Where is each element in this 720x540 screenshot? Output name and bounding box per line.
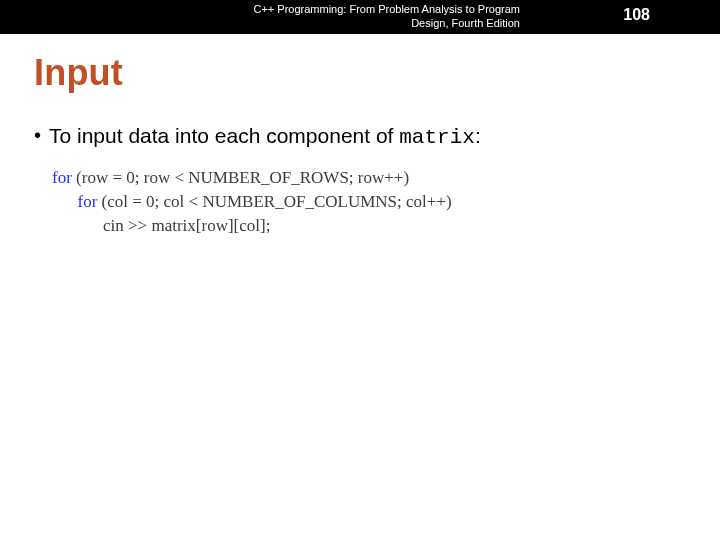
keyword-for-1: for [52, 168, 72, 187]
code-line2-rest: (col = 0; col < NUMBER_OF_COLUMNS; col++… [97, 192, 451, 211]
bullet-item: • To input data into each component of m… [34, 124, 481, 149]
slide-title: Input [34, 52, 123, 94]
bullet-code-word: matrix [399, 126, 475, 149]
code-line1-rest: (row = 0; row < NUMBER_OF_ROWS; row++) [72, 168, 409, 187]
header-book-title: C++ Programming: From Problem Analysis t… [0, 2, 520, 30]
code-block: for (row = 0; row < NUMBER_OF_ROWS; row+… [52, 166, 452, 238]
bullet-prefix: To input data into each component of [49, 124, 399, 147]
code-indent3 [52, 216, 103, 235]
bullet-text-wrap: To input data into each component of mat… [49, 124, 481, 149]
header-bar: C++ Programming: From Problem Analysis t… [0, 0, 720, 34]
bullet-suffix: : [475, 124, 481, 147]
bullet-dot-icon: • [34, 125, 41, 145]
code-indent2 [52, 192, 78, 211]
header-line1: C++ Programming: From Problem Analysis t… [253, 3, 520, 15]
keyword-for-2: for [78, 192, 98, 211]
code-line3: cin >> matrix[row][col]; [103, 216, 270, 235]
slide: C++ Programming: From Problem Analysis t… [0, 0, 720, 540]
header-line2: Design, Fourth Edition [411, 17, 520, 29]
page-number: 108 [623, 6, 650, 24]
